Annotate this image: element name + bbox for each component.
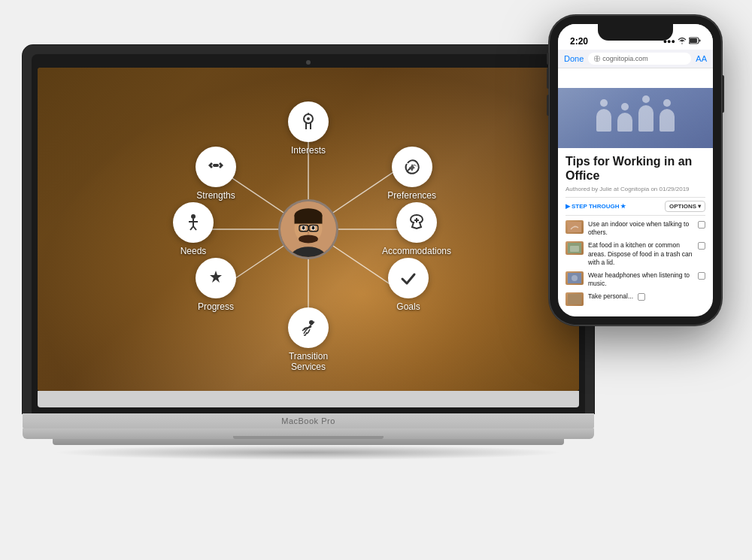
macbook-screen: Interests Strengths xyxy=(38,68,579,391)
node-preferences[interactable]: Preferences xyxy=(387,147,436,201)
iphone-notch xyxy=(598,24,673,41)
transition-label: Transition Services xyxy=(289,351,328,372)
macbook-base xyxy=(23,428,594,439)
svg-rect-24 xyxy=(213,164,219,167)
hub-diagram: Interests Strengths xyxy=(165,86,451,372)
star-icon: ★ xyxy=(620,203,626,210)
progress-icon xyxy=(196,258,236,298)
iphone: 2:20 ●●● Done xyxy=(549,15,722,325)
node-needs[interactable]: Needs xyxy=(173,202,214,256)
checklist-checkbox[interactable] xyxy=(698,242,705,250)
node-goals[interactable]: Goals xyxy=(388,258,429,312)
checklist-text: Use an indoor voice when talking to othe… xyxy=(588,220,693,237)
checklist-item: Use an indoor voice when talking to othe… xyxy=(566,220,705,237)
battery-icon xyxy=(689,37,701,46)
play-icon: ▶ xyxy=(566,203,570,210)
macbook-screen-outer: Interests Strengths xyxy=(23,45,594,413)
svg-rect-33 xyxy=(699,40,701,42)
interests-label: Interests xyxy=(291,145,326,156)
step-through-button[interactable]: ▶ STEP THROUGH ★ xyxy=(566,203,626,210)
person-face xyxy=(280,201,336,257)
checklist-checkbox[interactable] xyxy=(698,272,705,280)
article-title: Tips for Working in an Office xyxy=(566,154,705,183)
node-strengths[interactable]: Strengths xyxy=(196,147,236,201)
svg-rect-12 xyxy=(295,216,323,224)
transition-icon xyxy=(288,307,329,348)
iphone-body: 2:20 ●●● Done xyxy=(549,15,722,325)
checklist-checkbox[interactable] xyxy=(698,221,705,229)
accommodations-label: Accommodations xyxy=(382,246,451,256)
checklist-thumbnail xyxy=(566,292,584,306)
iphone-screen: 2:20 ●●● Done xyxy=(558,24,713,316)
macbook-chin: MacBook Pro xyxy=(23,413,594,428)
article-author: Authored by Julie at Cognitopia on 01/29… xyxy=(566,186,705,192)
checklist-item: Wear headphones when listening to music. xyxy=(566,271,705,288)
macbook-camera xyxy=(306,60,311,65)
svg-rect-32 xyxy=(690,38,697,43)
options-button[interactable]: OPTIONS ▾ xyxy=(665,201,705,212)
checklist-text: Wear headphones when listening to music. xyxy=(588,271,693,288)
scene: Interests Strengths xyxy=(0,0,752,560)
node-progress[interactable]: Progress xyxy=(196,258,236,312)
svg-line-29 xyxy=(193,226,196,230)
browser-bar: Done cognitopia.com AA xyxy=(558,50,713,68)
node-transition[interactable]: Transition Services xyxy=(288,307,329,372)
iphone-volume-down-button[interactable] xyxy=(547,95,549,116)
person-silhouette xyxy=(617,113,632,132)
needs-label: Needs xyxy=(180,246,207,256)
article-hero-image xyxy=(558,88,713,148)
macbook-label: MacBook Pro xyxy=(281,416,335,425)
node-interests[interactable]: Interests xyxy=(288,101,329,156)
article-hero-img xyxy=(558,88,713,148)
step-through-label: STEP THROUGH xyxy=(572,203,619,210)
iphone-mute-switch[interactable] xyxy=(547,53,549,65)
progress-label: Progress xyxy=(198,301,234,312)
goals-icon xyxy=(388,258,429,298)
macbook-foot xyxy=(53,439,564,445)
macbook-bottom-bar xyxy=(38,391,579,407)
svg-rect-40 xyxy=(568,294,581,304)
svg-point-16 xyxy=(302,226,305,230)
chevron-down-icon: ▾ xyxy=(698,203,701,210)
hub-center-avatar[interactable] xyxy=(278,199,338,259)
svg-point-23 xyxy=(307,117,310,120)
preferences-label: Preferences xyxy=(387,190,436,201)
checklist-thumbnail xyxy=(566,241,584,255)
office-people xyxy=(596,105,675,132)
checklist-item: Take personal... xyxy=(566,292,705,306)
macbook: Interests Strengths xyxy=(23,45,594,460)
status-time: 2:20 xyxy=(570,36,588,47)
svg-rect-37 xyxy=(570,246,579,252)
person-silhouette xyxy=(660,109,675,132)
browser-url-bar[interactable]: cognitopia.com xyxy=(588,53,691,65)
article-toolbar: ▶ STEP THROUGH ★ OPTIONS ▾ xyxy=(566,197,705,216)
checklist-thumbnail xyxy=(566,271,584,285)
url-text: cognitopia.com xyxy=(602,55,648,62)
browser-aa-button[interactable]: AA xyxy=(696,54,707,63)
checklist-thumbnail xyxy=(566,220,584,234)
goals-label: Goals xyxy=(396,301,420,312)
checklist-checkbox[interactable] xyxy=(638,293,645,301)
strengths-label: Strengths xyxy=(196,190,235,201)
iphone-volume-up-button[interactable] xyxy=(547,68,549,89)
checklist-text: Eat food in a kitchen or common areas. D… xyxy=(588,241,693,266)
wifi-icon xyxy=(678,37,687,46)
svg-point-39 xyxy=(572,275,578,281)
interests-icon xyxy=(288,101,329,142)
iphone-power-button[interactable] xyxy=(722,75,724,113)
svg-point-25 xyxy=(191,214,196,219)
svg-point-17 xyxy=(312,226,315,230)
options-label: OPTIONS xyxy=(669,203,696,210)
preferences-icon xyxy=(392,147,432,187)
article-body: Tips for Working in an Office Authored b… xyxy=(558,148,713,316)
browser-done-button[interactable]: Done xyxy=(564,54,584,63)
checklist-item: Eat food in a kitchen or common areas. D… xyxy=(566,241,705,266)
node-accommodations[interactable]: Accommodations xyxy=(382,202,451,256)
macbook-shadow xyxy=(53,445,564,460)
checklist-text: Take personal... xyxy=(588,292,633,301)
person-silhouette xyxy=(638,105,653,132)
accommodations-icon xyxy=(396,202,437,243)
person-silhouette xyxy=(596,109,611,132)
macbook-bezel: Interests Strengths xyxy=(32,54,585,413)
strengths-icon xyxy=(196,147,236,187)
